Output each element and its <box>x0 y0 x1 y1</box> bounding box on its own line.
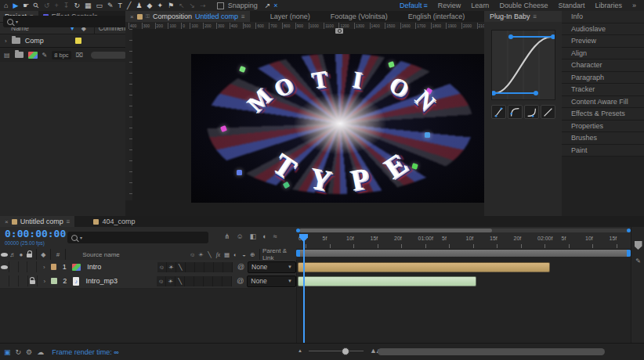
fx-switch[interactable] <box>186 262 195 272</box>
playhead-line[interactable] <box>303 234 305 343</box>
effects-column-icon[interactable]: ▦ <box>223 251 231 258</box>
workspace-libraries[interactable]: Libraries <box>595 2 622 9</box>
quality-column-icon[interactable]: ╲ <box>205 251 214 258</box>
camera-tool[interactable]: ▦ <box>85 1 92 11</box>
layer-name[interactable]: Intro <box>87 263 157 271</box>
panel-menu-icon[interactable]: ≡ <box>241 13 245 20</box>
layer-label-chip[interactable] <box>51 278 56 284</box>
maximize-frame-icon[interactable]: × <box>273 2 277 9</box>
sidebar-item-preview[interactable]: Preview <box>562 35 644 48</box>
clone-stamp-tool[interactable]: ♟ <box>136 1 142 11</box>
label-color-chip[interactable] <box>75 38 81 44</box>
preset-ease-in-out[interactable] <box>491 105 506 119</box>
type-tool[interactable]: T <box>118 1 123 11</box>
cloud-icon[interactable]: ☁ <box>37 348 44 356</box>
preset-linear[interactable] <box>541 105 555 119</box>
sidebar-item-info[interactable]: Info <box>562 11 644 23</box>
panel-menu-icon[interactable]: ≡ <box>534 13 537 20</box>
twirl-icon[interactable]: › <box>5 38 7 45</box>
layer-row-intro-mp3[interactable]: › 2 ♪ Intro_mp3 ☺☀╲ @ None▼ <box>0 274 296 289</box>
rotation-tool[interactable]: ↻ <box>74 1 80 11</box>
close-icon[interactable]: × <box>130 13 134 20</box>
solo-toggle[interactable] <box>19 275 28 286</box>
new-folder-icon[interactable] <box>15 52 24 58</box>
workspace-default[interactable]: Default≡ <box>400 2 428 9</box>
layer-row-intro[interactable]: › 1 Intro ☺☀╲ @ None▼ <box>0 260 296 275</box>
zoom-slider[interactable] <box>309 351 364 351</box>
solo-column-icon[interactable]: ● <box>17 251 26 258</box>
time-navigator[interactable] <box>296 229 631 232</box>
layer-label-chip[interactable] <box>51 264 56 270</box>
project-item-comp[interactable]: › Comp <box>0 34 125 47</box>
sidebar-item-brushes[interactable]: Brushes <box>562 132 644 145</box>
selection-tool[interactable]: ▶ <box>13 1 18 11</box>
sidebar-item-properties[interactable]: Properties <box>562 121 644 133</box>
snapshot-camera-icon[interactable] <box>335 28 343 34</box>
quality-switch[interactable]: ╲ <box>175 276 185 286</box>
mask-feather-icon[interactable]: ↗ <box>265 2 271 9</box>
sidebar-item-paint[interactable]: Paint <box>562 145 644 157</box>
label-column-icon[interactable]: ◆ <box>39 251 48 258</box>
workspace-overflow[interactable]: » <box>632 2 636 9</box>
layer-name[interactable]: Intro_mp3 <box>85 277 157 285</box>
tab-layer[interactable]: Layer (none) <box>266 11 315 22</box>
sidebar-item-character[interactable]: Character <box>562 59 644 72</box>
lock-column-icon[interactable] <box>25 251 34 257</box>
index-column[interactable]: # <box>53 251 63 258</box>
comp-marker-icon[interactable] <box>635 241 642 250</box>
tab-footage[interactable]: Footage (Volnitsa) <box>326 11 393 22</box>
sidebar-item-align[interactable]: Align <box>562 48 644 60</box>
zoom-slider-knob[interactable] <box>342 347 349 355</box>
lock-icon[interactable]: ⚿ <box>146 13 150 20</box>
composition-viewer[interactable]: MOTIONTYPE <box>132 29 484 200</box>
work-area-bar[interactable] <box>296 250 631 257</box>
audio-column-icon[interactable]: ♬ <box>9 251 17 258</box>
workspace-standart[interactable]: Standart <box>558 2 584 9</box>
lock-toggle[interactable] <box>27 261 37 272</box>
video-column-icon[interactable] <box>0 253 9 257</box>
layer-bar-intro-mp3[interactable] <box>298 276 476 286</box>
parent-select[interactable]: None▼ <box>248 261 296 273</box>
effects-switch[interactable] <box>194 276 204 286</box>
frame-blend-column-icon[interactable]: ◐ <box>231 251 240 258</box>
ease-curve-editor[interactable] <box>491 30 555 100</box>
workspace-review[interactable]: Review <box>438 2 461 9</box>
workspace-menu-icon[interactable]: ≡ <box>424 2 428 9</box>
shy-switch[interactable]: ☺ <box>157 276 166 286</box>
mini-flowchart-icon[interactable]: ⋔ <box>224 232 230 240</box>
sidebar-item-audioslave[interactable]: Audioslave <box>562 23 644 36</box>
panel-menu-icon[interactable]: ≡ <box>67 218 71 225</box>
workspace-double-cheese[interactable]: Double Cheese <box>499 2 548 9</box>
eraser-tool[interactable]: ◆ <box>147 1 153 11</box>
pen-tool[interactable]: ✎ <box>107 1 114 11</box>
shy-column-icon[interactable]: ☺ <box>188 251 197 258</box>
project-search-input[interactable]: ▾ <box>3 16 128 27</box>
twirl-icon[interactable]: › <box>44 278 46 285</box>
puppet-pin-tool[interactable]: ⚑ <box>168 1 174 11</box>
motion-blur-switch[interactable] <box>214 262 223 272</box>
sidebar-item-tracker[interactable]: Tracker <box>562 84 644 96</box>
project-scrollbar[interactable] <box>91 52 127 59</box>
lock-toggle[interactable] <box>28 275 38 286</box>
three-d-switch[interactable] <box>223 276 232 286</box>
interpret-footage-icon[interactable]: ▤ <box>4 52 10 59</box>
frame-blend-switch[interactable] <box>204 276 213 286</box>
zoom-out-mountain-icon[interactable]: ▲ <box>298 348 302 353</box>
layer-switches[interactable]: ☺☀╲ <box>157 262 233 272</box>
snapping-checkbox[interactable] <box>217 2 224 9</box>
roto-brush-tool[interactable]: ✦ <box>157 1 163 11</box>
shy-switch[interactable]: ☺ <box>157 262 167 272</box>
three-d-switch[interactable] <box>223 262 233 272</box>
three-d-column-icon[interactable]: ⊕ <box>248 251 257 258</box>
timeline-search-input[interactable]: ▾ <box>67 232 208 243</box>
fx-switch[interactable] <box>185 276 194 286</box>
pickwhip-icon[interactable]: @ <box>237 277 244 285</box>
render-queue-icon[interactable]: ▣ <box>4 348 11 356</box>
settings-gear-icon[interactable]: ⚙ <box>26 348 32 356</box>
source-name-column[interactable]: Source name <box>68 251 188 258</box>
sidebar-item-paragraph[interactable]: Paragraph <box>562 72 644 85</box>
tab-404-comp[interactable]: 404_comp <box>89 216 139 227</box>
time-navigator-thumb[interactable] <box>299 229 492 232</box>
workspace-learn[interactable]: Learn <box>471 2 489 9</box>
time-ruler[interactable]: 00f5f10f15f20f01:00f5f10f15f20f02:00f5f1… <box>296 234 631 249</box>
